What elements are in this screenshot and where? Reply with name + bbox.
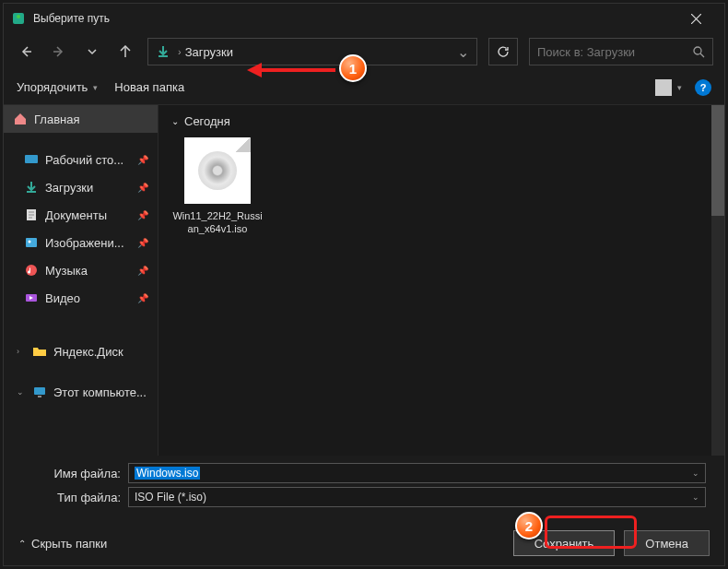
- view-button[interactable]: ▾: [655, 79, 682, 96]
- scroll-thumb[interactable]: [711, 105, 724, 216]
- refresh-icon: [497, 45, 510, 58]
- group-header[interactable]: ⌄ Сегодня: [171, 114, 711, 128]
- downloads-icon: [156, 44, 170, 59]
- sidebar-item-desktop[interactable]: Рабочий сто...📌: [4, 146, 158, 173]
- pin-icon: 📌: [137, 293, 148, 303]
- svg-rect-5: [26, 238, 37, 247]
- recent-button[interactable]: [81, 41, 103, 63]
- downloads-icon: [24, 180, 39, 195]
- toolbar: Упорядочить▾ Новая папка ▾ ?: [4, 70, 724, 105]
- arrow-up-icon: [119, 45, 132, 58]
- cancel-button[interactable]: Отмена: [624, 530, 710, 556]
- svg-rect-3: [25, 155, 38, 163]
- svg-point-7: [26, 265, 37, 276]
- save-dialog: Выберите путь › Загрузки ⌄ Упорядочить▾ …: [3, 3, 725, 566]
- sidebar-item-documents[interactable]: Документы📌: [4, 201, 158, 229]
- search-box[interactable]: [529, 38, 713, 65]
- pin-icon: 📌: [137, 266, 148, 276]
- scrollbar[interactable]: [711, 105, 724, 456]
- save-button[interactable]: Сохранить: [513, 530, 616, 556]
- navbar: › Загрузки ⌄: [4, 33, 724, 70]
- hide-folders-button[interactable]: ⌃ Скрыть папки: [18, 537, 107, 551]
- filename-input[interactable]: Windows.iso ⌄: [128, 463, 706, 483]
- sidebar-item-music[interactable]: Музыка📌: [4, 256, 158, 284]
- chevron-down-icon: ▾: [93, 83, 98, 92]
- folder-icon: [32, 344, 47, 359]
- svg-point-1: [17, 15, 20, 18]
- file-list[interactable]: ⌄ Сегодня Win11_22H2_Russian_x64v1.iso: [159, 105, 724, 456]
- chevron-down-icon: ⌄: [171, 116, 179, 126]
- pictures-icon: [24, 235, 39, 250]
- pin-icon: 📌: [137, 238, 148, 248]
- filename-label: Имя файла:: [22, 467, 128, 480]
- forward-button[interactable]: [48, 41, 70, 63]
- iso-file-icon: [184, 137, 251, 204]
- home-icon: [13, 112, 28, 126]
- app-icon: [11, 11, 26, 26]
- footer: ⌃ Скрыть папки Сохранить Отмена: [4, 521, 724, 565]
- new-folder-button[interactable]: Новая папка: [114, 80, 184, 94]
- filetype-label: Тип файла:: [22, 491, 128, 504]
- chevron-down-icon[interactable]: ⌄: [692, 492, 699, 502]
- chevron-down-icon[interactable]: ⌄: [457, 43, 469, 61]
- form-area: Имя файла: Windows.iso ⌄ Тип файла: ISO …: [4, 456, 724, 518]
- back-button[interactable]: [15, 41, 37, 63]
- refresh-button[interactable]: [488, 38, 518, 65]
- sidebar-item-thispc[interactable]: ⌄ Этот компьюте...: [4, 378, 158, 406]
- up-button[interactable]: [114, 41, 136, 63]
- sidebar-item-yadisk[interactable]: › Яндекс.Диск: [4, 338, 158, 365]
- filetype-select[interactable]: ISO File (*.iso) ⌄: [128, 487, 706, 507]
- address-location: Загрузки: [185, 45, 233, 59]
- arrow-right-icon: [53, 45, 65, 58]
- pin-icon: 📌: [137, 155, 148, 165]
- sidebar-item-pictures[interactable]: Изображени...📌: [4, 229, 158, 256]
- sidebar-item-videos[interactable]: Видео📌: [4, 284, 158, 312]
- svg-point-2: [694, 47, 701, 54]
- pin-icon: 📌: [137, 183, 148, 193]
- svg-rect-9: [34, 387, 45, 395]
- filetype-value: ISO File (*.iso): [135, 491, 206, 504]
- arrow-left-icon: [19, 45, 32, 58]
- file-name: Win11_22H2_Russian_x64v1.iso: [171, 209, 264, 236]
- sidebar-item-downloads[interactable]: Загрузки📌: [4, 173, 158, 201]
- separator-icon: ›: [178, 46, 182, 57]
- sidebar: Главная Рабочий сто...📌 Загрузки📌 Докуме…: [4, 105, 159, 456]
- videos-icon: [24, 290, 39, 305]
- desktop-icon: [24, 152, 39, 167]
- titlebar: Выберите путь: [4, 4, 724, 33]
- view-icon: [655, 79, 672, 96]
- sidebar-item-home[interactable]: Главная: [4, 105, 158, 133]
- chevron-down-icon: [88, 47, 97, 56]
- window-title: Выберите путь: [33, 12, 675, 25]
- chevron-right-icon: ›: [17, 347, 26, 356]
- close-button[interactable]: [675, 4, 717, 33]
- svg-rect-10: [38, 396, 41, 397]
- close-icon: [691, 14, 701, 24]
- chevron-down-icon: ▾: [677, 83, 682, 92]
- music-icon: [24, 263, 39, 278]
- file-item[interactable]: Win11_22H2_Russian_x64v1.iso: [171, 137, 264, 236]
- pin-icon: 📌: [137, 210, 148, 220]
- main-area: Главная Рабочий сто...📌 Загрузки📌 Докуме…: [4, 105, 724, 456]
- address-bar[interactable]: › Загрузки ⌄: [147, 38, 477, 65]
- filename-value: Windows.iso: [135, 467, 200, 480]
- chevron-down-icon: ⌄: [17, 387, 26, 397]
- help-button[interactable]: ?: [695, 79, 711, 96]
- computer-icon: [32, 385, 47, 399]
- chevron-up-icon: ⌃: [18, 539, 26, 549]
- chevron-down-icon[interactable]: ⌄: [692, 468, 699, 478]
- search-icon: [693, 46, 705, 58]
- svg-point-6: [29, 241, 31, 243]
- search-input[interactable]: [537, 45, 693, 59]
- organize-button[interactable]: Упорядочить▾: [17, 80, 98, 94]
- documents-icon: [24, 207, 39, 222]
